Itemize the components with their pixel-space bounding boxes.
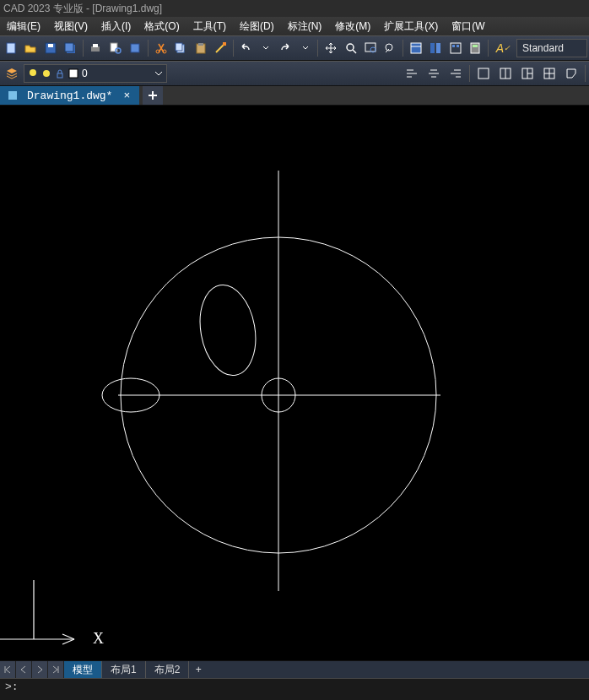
viewport-1-icon[interactable] xyxy=(473,63,494,84)
pan-icon[interactable] xyxy=(322,38,339,58)
freeze-icon xyxy=(41,68,51,79)
new-icon[interactable] xyxy=(2,38,19,58)
drawing-tab-icon xyxy=(7,90,19,101)
open-icon[interactable] xyxy=(21,38,39,58)
menu-modify[interactable]: 修改(M) xyxy=(328,17,377,35)
svg-rect-6 xyxy=(93,44,98,47)
menu-tools[interactable]: 工具(T) xyxy=(186,17,233,35)
layer-manager-icon[interactable] xyxy=(2,63,22,84)
svg-point-31 xyxy=(43,70,50,77)
svg-rect-26 xyxy=(452,45,455,47)
print-icon[interactable] xyxy=(87,38,105,58)
menu-format[interactable]: 格式(O) xyxy=(138,17,186,35)
document-tabs: Drawing1.dwg* × xyxy=(0,86,589,106)
document-tab-active[interactable]: Drawing1.dwg* × xyxy=(0,86,139,105)
viewport-4-icon[interactable] xyxy=(539,63,559,84)
redo-dropdown-icon[interactable] xyxy=(296,38,314,58)
undo-icon[interactable] xyxy=(237,38,255,58)
print-preview-icon[interactable] xyxy=(106,38,124,58)
svg-rect-9 xyxy=(131,44,139,52)
ucs-icon: X xyxy=(0,580,104,647)
tool-palette-icon[interactable] xyxy=(446,38,464,58)
command-prompt: >: xyxy=(5,681,19,693)
svg-rect-32 xyxy=(57,73,62,78)
text-style-dropdown[interactable]: Standard xyxy=(516,39,587,57)
menu-bar: 编辑(E) 视图(V) 插入(I) 格式(O) 工具(T) 绘图(D) 标注(N… xyxy=(0,17,589,35)
save-icon[interactable] xyxy=(41,38,59,58)
tab-layout1[interactable]: 布局1 xyxy=(102,661,146,678)
window-title: CAD 2023 专业版 - [Drawing1.dwg] xyxy=(3,3,162,14)
calculator-icon[interactable] xyxy=(466,38,484,58)
redo-icon[interactable] xyxy=(277,38,294,58)
svg-rect-43 xyxy=(478,68,489,79)
text-style-value: Standard xyxy=(522,42,564,54)
copy-icon[interactable] xyxy=(171,38,189,58)
align-left-icon[interactable] xyxy=(402,63,422,84)
svg-rect-15 xyxy=(198,43,203,46)
drawing-canvas[interactable]: X xyxy=(0,106,589,660)
menu-insert[interactable]: 插入(I) xyxy=(95,17,138,35)
text-style-icon[interactable]: A✓ xyxy=(492,38,515,58)
tab-model[interactable]: 模型 xyxy=(64,661,102,678)
drawing-svg: X xyxy=(0,106,589,660)
paste-icon[interactable] xyxy=(192,38,209,58)
menu-dimension[interactable]: 标注(N) xyxy=(281,17,329,35)
match-prop-icon[interactable] xyxy=(211,38,229,58)
menu-draw[interactable]: 绘图(D) xyxy=(233,17,281,35)
tab-nav-next[interactable] xyxy=(32,661,48,678)
document-tab-label: Drawing1.dwg* xyxy=(27,90,112,102)
title-bar: CAD 2023 专业版 - [Drawing1.dwg] xyxy=(0,0,589,17)
svg-rect-28 xyxy=(471,43,479,53)
viewport-poly-icon[interactable] xyxy=(561,63,581,84)
layer-dropdown[interactable]: 0 xyxy=(24,64,167,83)
chevron-down-icon xyxy=(154,69,163,78)
design-center-icon[interactable] xyxy=(427,38,445,58)
svg-rect-27 xyxy=(457,45,459,47)
zoom-previous-icon[interactable] xyxy=(381,38,399,58)
plus-icon xyxy=(147,90,159,101)
close-tab-icon[interactable]: × xyxy=(121,90,132,101)
cut-icon[interactable] xyxy=(152,38,170,58)
menu-window[interactable]: 窗口(W xyxy=(445,17,491,35)
svg-rect-33 xyxy=(69,69,78,78)
tab-nav-first[interactable] xyxy=(0,661,16,678)
svg-rect-23 xyxy=(430,43,435,53)
svg-rect-16 xyxy=(223,42,226,46)
command-line[interactable]: >: xyxy=(0,678,589,700)
properties-icon[interactable] xyxy=(407,38,424,58)
zoom-window-icon[interactable] xyxy=(361,38,379,58)
viewport-3-icon[interactable] xyxy=(517,63,538,84)
ucs-x-label: X xyxy=(93,630,104,647)
new-tab-button[interactable] xyxy=(143,86,163,105)
plot-icon[interactable] xyxy=(127,38,144,58)
svg-point-59 xyxy=(193,280,262,379)
zoom-realtime-icon[interactable] xyxy=(342,38,359,58)
menu-view[interactable]: 视图(V) xyxy=(47,17,95,35)
menu-edit[interactable]: 编辑(E) xyxy=(0,17,47,35)
svg-rect-21 xyxy=(411,43,421,53)
tab-nav-prev[interactable] xyxy=(16,661,32,678)
toolbar-standard: A✓ Standard xyxy=(0,35,589,61)
align-right-icon[interactable] xyxy=(446,63,466,84)
menu-extend-tools[interactable]: 扩展工具(X) xyxy=(377,17,445,35)
add-layout-button[interactable]: + xyxy=(189,661,208,678)
svg-point-30 xyxy=(30,69,36,76)
svg-rect-52 xyxy=(8,91,17,100)
layer-name: 0 xyxy=(82,68,88,79)
svg-rect-24 xyxy=(436,43,440,53)
align-center-icon[interactable] xyxy=(424,63,444,84)
svg-point-17 xyxy=(347,44,354,51)
toolbar-layers: 0 xyxy=(0,61,589,86)
svg-rect-4 xyxy=(65,43,73,52)
svg-rect-13 xyxy=(176,43,182,51)
lightbulb-icon xyxy=(28,68,38,79)
save-all-icon[interactable] xyxy=(61,38,78,58)
tab-nav-last[interactable] xyxy=(48,661,64,678)
svg-rect-25 xyxy=(451,43,461,53)
viewport-2-icon[interactable] xyxy=(495,63,516,84)
tab-layout2[interactable]: 布局2 xyxy=(146,661,190,678)
undo-dropdown-icon[interactable] xyxy=(257,38,274,58)
layout-tabs: 模型 布局1 布局2 + xyxy=(0,660,589,678)
layer-color-icon xyxy=(68,68,78,79)
svg-point-20 xyxy=(386,44,392,51)
